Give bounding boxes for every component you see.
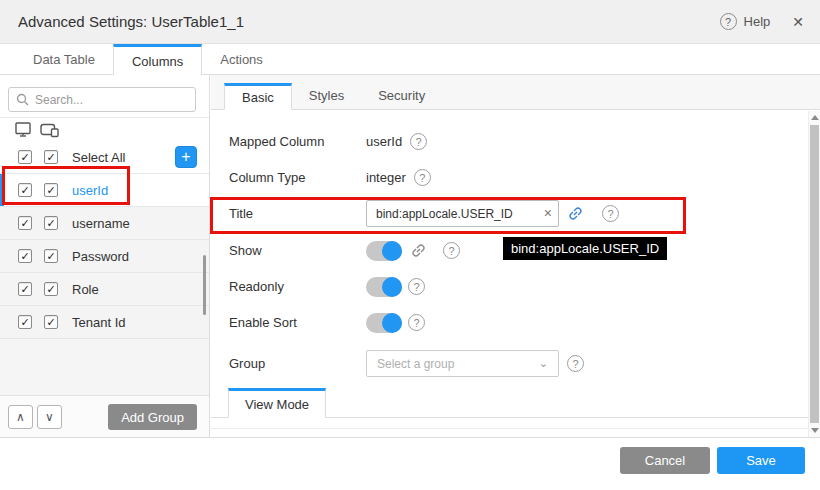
list-item-username[interactable]: ✓ ✓ username <box>0 207 209 240</box>
checkbox-desktop[interactable]: ✓ <box>44 282 58 296</box>
search-input[interactable] <box>8 87 196 112</box>
checkbox-mobile[interactable]: ✓ <box>18 282 32 296</box>
field-label: Show <box>229 243 366 258</box>
field-mapped-column: Mapped Column userId ? <box>229 128 427 155</box>
list-item-label: userId <box>72 183 108 198</box>
scroll-down-icon[interactable] <box>811 428 819 433</box>
question-icon[interactable]: ? <box>410 133 427 150</box>
save-button[interactable]: Save <box>717 447 805 474</box>
bind-link-icon[interactable] <box>567 205 584 222</box>
dialog-title: Advanced Settings: UserTable1_1 <box>18 13 244 30</box>
panel-scrollbar[interactable] <box>808 111 820 437</box>
move-up-button[interactable]: ∧ <box>8 405 33 429</box>
chevron-down-icon: ⌄ <box>539 357 548 370</box>
list-item-role[interactable]: ✓ ✓ Role <box>0 273 209 306</box>
mobile-tablet-icon[interactable] <box>40 121 60 138</box>
tab-actions[interactable]: Actions <box>202 44 281 74</box>
tab-styles[interactable]: Styles <box>292 82 361 109</box>
sidebar-scrollbar[interactable] <box>203 255 206 315</box>
list-item-label: Role <box>72 282 99 297</box>
group-select[interactable]: Select a group ⌄ <box>366 350 559 377</box>
close-icon[interactable]: ✕ <box>792 14 804 30</box>
question-icon[interactable]: ? <box>602 205 619 222</box>
checkbox-mobile[interactable]: ✓ <box>18 249 32 263</box>
field-enable-sort: Enable Sort ? <box>229 309 425 336</box>
question-icon[interactable]: ? <box>408 314 425 331</box>
list-item-tenant-id[interactable]: ✓ ✓ Tenant Id <box>0 306 209 339</box>
help-icon[interactable]: ? <box>720 13 737 30</box>
field-readonly: Readonly ? <box>229 273 425 300</box>
sidebar-empty-area <box>0 339 209 395</box>
main-tabbar: Data Table Columns Actions <box>0 44 820 75</box>
checkbox-mobile[interactable]: ✓ <box>18 150 32 164</box>
tab-view-mode[interactable]: View Mode <box>228 388 326 418</box>
field-show: Show ? <box>229 237 460 264</box>
list-item-label: Password <box>72 249 129 264</box>
cancel-button[interactable]: Cancel <box>620 447 710 474</box>
show-toggle[interactable] <box>366 241 402 261</box>
list-item-userid[interactable]: ✓ ✓ userId <box>0 174 209 207</box>
field-label: Group <box>229 356 366 371</box>
mapped-column-value: userId <box>366 134 402 149</box>
scroll-up-icon[interactable] <box>811 115 819 120</box>
advanced-settings-dialog: Advanced Settings: UserTable1_1 ? Help ✕… <box>0 0 820 490</box>
field-label: Enable Sort <box>229 315 366 330</box>
divider <box>0 117 209 118</box>
checkbox-mobile[interactable]: ✓ <box>18 183 32 197</box>
list-item-password[interactable]: ✓ ✓ Password <box>0 240 209 273</box>
help-link[interactable]: Help <box>744 14 771 29</box>
view-mode-tabbar: View Mode <box>211 388 808 418</box>
question-icon[interactable]: ? <box>414 169 431 186</box>
dialog-header: Advanced Settings: UserTable1_1 ? Help ✕ <box>0 0 820 44</box>
question-icon[interactable]: ? <box>443 242 460 259</box>
enable-sort-toggle[interactable] <box>366 313 402 333</box>
checkbox-mobile[interactable]: ✓ <box>18 216 32 230</box>
tab-data-table[interactable]: Data Table <box>15 44 113 74</box>
question-icon[interactable]: ? <box>408 278 425 295</box>
group-select-placeholder: Select a group <box>377 357 454 371</box>
checkbox-mobile[interactable]: ✓ <box>18 315 32 329</box>
tab-columns[interactable]: Columns <box>113 44 202 75</box>
clear-icon[interactable]: × <box>544 205 552 221</box>
field-group: Group Select a group ⌄ ? <box>229 350 584 377</box>
add-column-button[interactable]: + <box>175 146 197 168</box>
checkbox-desktop[interactable]: ✓ <box>44 315 58 329</box>
columns-sidebar: ✓ ✓ Select All + ✓ ✓ userId ✓ ✓ username… <box>0 75 210 437</box>
scrollbar-thumb[interactable] <box>810 125 819 423</box>
divider <box>211 428 808 429</box>
checkbox-desktop[interactable]: ✓ <box>44 216 58 230</box>
title-input[interactable] <box>366 200 559 227</box>
list-item-label: Tenant Id <box>72 315 126 330</box>
dialog-footer: Cancel Save <box>0 437 820 490</box>
field-label: Title <box>229 206 366 221</box>
add-group-button[interactable]: Add Group <box>108 404 197 430</box>
readonly-toggle[interactable] <box>366 277 402 297</box>
field-label: Readonly <box>229 279 366 294</box>
column-type-value: integer <box>366 170 406 185</box>
tab-security[interactable]: Security <box>361 82 442 109</box>
search-icon <box>16 93 29 106</box>
move-down-button[interactable]: ∨ <box>37 405 62 429</box>
property-tabbar: Basic Styles Security <box>211 75 820 110</box>
checkbox-desktop[interactable]: ✓ <box>44 249 58 263</box>
bind-tooltip: bind:appLocale.USER_ID <box>503 237 667 260</box>
list-item-label: Select All <box>72 150 125 165</box>
field-label: Column Type <box>229 170 366 185</box>
field-label: Mapped Column <box>229 134 366 149</box>
tab-basic[interactable]: Basic <box>224 83 292 110</box>
field-column-type: Column Type integer ? <box>229 164 431 191</box>
checkbox-desktop[interactable]: ✓ <box>44 150 58 164</box>
desktop-icon[interactable] <box>14 121 32 138</box>
column-list: ✓ ✓ Select All + ✓ ✓ userId ✓ ✓ username… <box>0 141 209 339</box>
bind-link-icon[interactable] <box>410 242 427 259</box>
list-item-select-all[interactable]: ✓ ✓ Select All + <box>0 141 209 174</box>
sidebar-bottombar: ∧ ∨ Add Group <box>0 395 209 437</box>
question-icon[interactable]: ? <box>567 355 584 372</box>
list-item-label: username <box>72 216 130 231</box>
field-title: Title × ? <box>229 200 619 227</box>
checkbox-desktop[interactable]: ✓ <box>44 183 58 197</box>
